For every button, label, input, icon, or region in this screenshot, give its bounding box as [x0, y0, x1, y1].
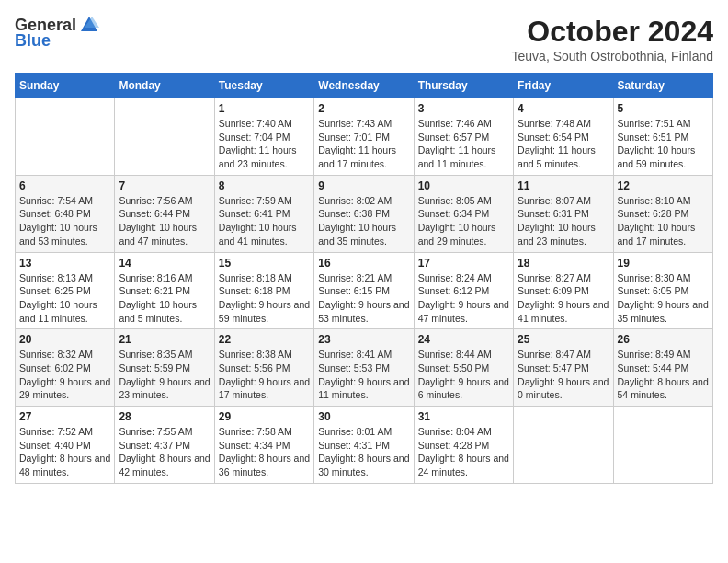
calendar-week-5: 27Sunrise: 7:52 AMSunset: 4:40 PMDayligh… — [16, 407, 713, 484]
day-number: 25 — [518, 333, 609, 346]
calendar-week-3: 13Sunrise: 8:13 AMSunset: 6:25 PMDayligh… — [16, 252, 713, 329]
day-info: Sunrise: 7:48 AMSunset: 6:54 PMDaylight:… — [518, 117, 609, 171]
day-number: 17 — [418, 257, 509, 270]
day-info: Sunrise: 7:56 AMSunset: 6:44 PMDaylight:… — [119, 194, 210, 248]
logo: General Blue — [15, 15, 100, 51]
calendar-cell: 26Sunrise: 8:49 AMSunset: 5:44 PMDayligh… — [613, 329, 712, 407]
day-info: Sunrise: 8:07 AMSunset: 6:31 PMDaylight:… — [518, 194, 609, 248]
calendar-cell: 31Sunrise: 8:04 AMSunset: 4:28 PMDayligh… — [414, 407, 513, 484]
calendar-week-1: 1Sunrise: 7:40 AMSunset: 7:04 PMDaylight… — [16, 98, 713, 176]
day-info: Sunrise: 8:21 AMSunset: 6:15 PMDaylight:… — [318, 271, 409, 326]
day-number: 28 — [119, 410, 210, 423]
day-number: 16 — [318, 257, 409, 270]
calendar-cell: 18Sunrise: 8:27 AMSunset: 6:09 PMDayligh… — [514, 252, 613, 329]
day-number: 19 — [618, 257, 709, 270]
day-number: 2 — [318, 102, 409, 115]
weekday-header-thursday: Thursday — [414, 74, 513, 98]
day-info: Sunrise: 8:18 AMSunset: 6:18 PMDaylight:… — [219, 271, 310, 326]
weekday-header-sunday: Sunday — [16, 74, 115, 98]
page-header: General Blue October 2024 Teuva, South O… — [15, 15, 713, 63]
day-info: Sunrise: 7:46 AMSunset: 6:57 PMDaylight:… — [418, 117, 509, 171]
calendar-cell — [115, 98, 214, 176]
day-info: Sunrise: 7:54 AMSunset: 6:48 PMDaylight:… — [19, 194, 110, 248]
calendar-cell: 19Sunrise: 8:30 AMSunset: 6:05 PMDayligh… — [613, 252, 712, 329]
day-number: 13 — [19, 257, 110, 270]
weekday-header-monday: Monday — [115, 74, 214, 98]
calendar-week-4: 20Sunrise: 8:32 AMSunset: 6:02 PMDayligh… — [16, 329, 713, 407]
day-info: Sunrise: 7:58 AMSunset: 4:34 PMDaylight:… — [219, 425, 310, 479]
day-number: 26 — [618, 333, 709, 346]
calendar-table: SundayMondayTuesdayWednesdayThursdayFrid… — [15, 73, 713, 484]
calendar-cell: 1Sunrise: 7:40 AMSunset: 7:04 PMDaylight… — [214, 98, 313, 176]
day-info: Sunrise: 8:30 AMSunset: 6:05 PMDaylight:… — [618, 271, 709, 326]
day-info: Sunrise: 7:55 AMSunset: 4:37 PMDaylight:… — [119, 425, 210, 479]
day-number: 8 — [219, 179, 310, 192]
day-info: Sunrise: 7:43 AMSunset: 7:01 PMDaylight:… — [318, 117, 409, 171]
day-info: Sunrise: 8:35 AMSunset: 5:59 PMDaylight:… — [119, 348, 210, 402]
calendar-cell: 2Sunrise: 7:43 AMSunset: 7:01 PMDaylight… — [314, 98, 414, 176]
day-info: Sunrise: 8:44 AMSunset: 5:50 PMDaylight:… — [418, 348, 509, 402]
calendar-cell: 30Sunrise: 8:01 AMSunset: 4:31 PMDayligh… — [314, 407, 414, 484]
calendar-cell: 9Sunrise: 8:02 AMSunset: 6:38 PMDaylight… — [314, 175, 414, 252]
location-title: Teuva, South Ostrobothnia, Finland — [512, 49, 713, 63]
logo-blue: Blue — [15, 31, 51, 51]
day-number: 23 — [318, 333, 409, 346]
day-info: Sunrise: 8:27 AMSunset: 6:09 PMDaylight:… — [518, 271, 609, 326]
day-number: 15 — [219, 257, 310, 270]
day-number: 22 — [219, 333, 310, 346]
day-info: Sunrise: 8:38 AMSunset: 5:56 PMDaylight:… — [219, 348, 310, 402]
day-number: 29 — [219, 410, 310, 423]
weekday-header-saturday: Saturday — [613, 74, 712, 98]
calendar-cell: 17Sunrise: 8:24 AMSunset: 6:12 PMDayligh… — [414, 252, 513, 329]
day-info: Sunrise: 8:24 AMSunset: 6:12 PMDaylight:… — [418, 271, 509, 326]
calendar-cell: 22Sunrise: 8:38 AMSunset: 5:56 PMDayligh… — [214, 329, 313, 407]
day-info: Sunrise: 8:10 AMSunset: 6:28 PMDaylight:… — [618, 194, 709, 248]
day-info: Sunrise: 8:49 AMSunset: 5:44 PMDaylight:… — [618, 348, 709, 402]
day-number: 24 — [418, 333, 509, 346]
day-info: Sunrise: 8:47 AMSunset: 5:47 PMDaylight:… — [518, 348, 609, 402]
day-number: 4 — [518, 102, 609, 115]
calendar-cell: 28Sunrise: 7:55 AMSunset: 4:37 PMDayligh… — [115, 407, 214, 484]
calendar-cell: 4Sunrise: 7:48 AMSunset: 6:54 PMDaylight… — [514, 98, 613, 176]
day-number: 27 — [19, 410, 110, 423]
calendar-cell: 25Sunrise: 8:47 AMSunset: 5:47 PMDayligh… — [514, 329, 613, 407]
day-number: 30 — [318, 410, 409, 423]
day-number: 18 — [518, 257, 609, 270]
calendar-cell: 6Sunrise: 7:54 AMSunset: 6:48 PMDaylight… — [16, 175, 115, 252]
day-number: 21 — [119, 333, 210, 346]
weekday-header-wednesday: Wednesday — [314, 74, 414, 98]
day-info: Sunrise: 7:59 AMSunset: 6:41 PMDaylight:… — [219, 194, 310, 248]
month-title: October 2024 — [512, 15, 713, 49]
day-info: Sunrise: 8:13 AMSunset: 6:25 PMDaylight:… — [19, 271, 110, 326]
day-number: 20 — [19, 333, 110, 346]
calendar-cell — [514, 407, 613, 484]
calendar-cell: 11Sunrise: 8:07 AMSunset: 6:31 PMDayligh… — [514, 175, 613, 252]
calendar-cell: 27Sunrise: 7:52 AMSunset: 4:40 PMDayligh… — [16, 407, 115, 484]
day-number: 7 — [119, 179, 210, 192]
day-number: 5 — [618, 102, 709, 115]
day-info: Sunrise: 7:51 AMSunset: 6:51 PMDaylight:… — [618, 117, 709, 171]
calendar-cell: 7Sunrise: 7:56 AMSunset: 6:44 PMDaylight… — [115, 175, 214, 252]
calendar-cell: 8Sunrise: 7:59 AMSunset: 6:41 PMDaylight… — [214, 175, 313, 252]
day-info: Sunrise: 8:41 AMSunset: 5:53 PMDaylight:… — [318, 348, 409, 402]
calendar-cell: 20Sunrise: 8:32 AMSunset: 6:02 PMDayligh… — [16, 329, 115, 407]
day-number: 10 — [418, 179, 509, 192]
day-info: Sunrise: 7:52 AMSunset: 4:40 PMDaylight:… — [19, 425, 110, 479]
title-area: October 2024 Teuva, South Ostrobothnia, … — [512, 15, 713, 63]
day-number: 3 — [418, 102, 509, 115]
day-info: Sunrise: 8:01 AMSunset: 4:31 PMDaylight:… — [318, 425, 409, 479]
day-number: 11 — [518, 179, 609, 192]
day-number: 9 — [318, 179, 409, 192]
calendar-cell: 21Sunrise: 8:35 AMSunset: 5:59 PMDayligh… — [115, 329, 214, 407]
day-info: Sunrise: 8:32 AMSunset: 6:02 PMDaylight:… — [19, 348, 110, 402]
calendar-cell — [613, 407, 712, 484]
weekday-header-row: SundayMondayTuesdayWednesdayThursdayFrid… — [16, 74, 713, 98]
day-info: Sunrise: 8:02 AMSunset: 6:38 PMDaylight:… — [318, 194, 409, 248]
weekday-header-tuesday: Tuesday — [214, 74, 313, 98]
calendar-cell: 15Sunrise: 8:18 AMSunset: 6:18 PMDayligh… — [214, 252, 313, 329]
day-number: 6 — [19, 179, 110, 192]
day-info: Sunrise: 7:40 AMSunset: 7:04 PMDaylight:… — [219, 117, 310, 171]
calendar-cell: 12Sunrise: 8:10 AMSunset: 6:28 PMDayligh… — [613, 175, 712, 252]
day-number: 12 — [618, 179, 709, 192]
calendar-cell: 3Sunrise: 7:46 AMSunset: 6:57 PMDaylight… — [414, 98, 513, 176]
